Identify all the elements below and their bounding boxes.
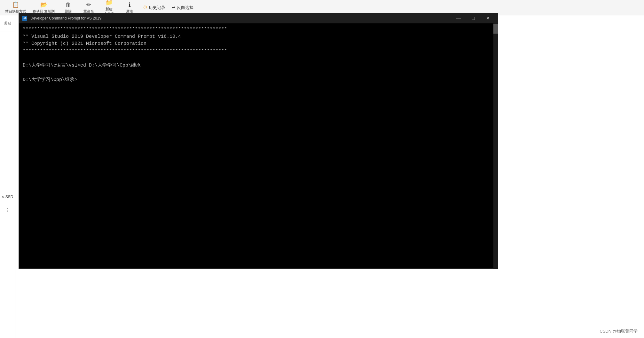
terminal-icon: C> (21, 15, 28, 21)
terminal-line-6: D:\大学学习\c语言\vs1>cd D:\大学学习\Cpp\继承 (23, 62, 494, 69)
terminal-line-2: ** Visual Studio 2019 Developer Command … (23, 33, 494, 41)
watermark: CSDN @物联黄同学 (600, 328, 638, 334)
reverse-select-icon: ↩ (172, 5, 176, 10)
terminal-line-3: ** Copyright (c) 2021 Microsoft Corporat… (23, 40, 494, 48)
minimize-button[interactable]: — (451, 13, 466, 23)
terminal-scrollbar[interactable] (493, 23, 498, 269)
terminal-window: C> Developer Command Prompt for VS 2019 … (19, 13, 498, 269)
paste-icon: 📋 (12, 1, 19, 8)
terminal-titlebar: C> Developer Command Prompt for VS 2019 … (19, 13, 498, 23)
close-button[interactable]: ✕ (481, 13, 495, 23)
toolbar-history[interactable]: ⏱ 历史记录 (140, 4, 168, 12)
sssd-label: s-SSD (0, 193, 15, 200)
terminal-title: Developer Command Prompt for VS 2019 (30, 16, 451, 20)
maximize-button[interactable]: □ (466, 13, 481, 23)
scrollbar-thumb[interactable] (493, 24, 498, 34)
history-icon: ⏱ (143, 5, 147, 10)
new-folder-icon: 📁 (106, 0, 113, 6)
left-panel: 剪贴 (0, 15, 15, 338)
bracket-label: ) (0, 207, 15, 212)
properties-icon: ℹ (129, 1, 131, 8)
move-icon: 📂 (40, 1, 47, 8)
terminal-body[interactable]: ****************************************… (19, 23, 498, 269)
terminal-line-5 (23, 55, 494, 62)
terminal-controls: — □ ✕ (451, 13, 495, 23)
terminal-line-7 (23, 69, 494, 76)
left-panel-cut: 剪贴 (0, 15, 15, 31)
rename-icon: ✏ (86, 1, 91, 8)
delete-icon: 🗑 (65, 2, 71, 8)
terminal-line-8: D:\大学学习\Cpp\继承> (23, 76, 494, 84)
terminal-line-1: ****************************************… (23, 26, 494, 33)
toolbar-reverse-select[interactable]: ↩ 反向选择 (169, 4, 196, 12)
terminal-line-4: ****************************************… (23, 48, 494, 55)
